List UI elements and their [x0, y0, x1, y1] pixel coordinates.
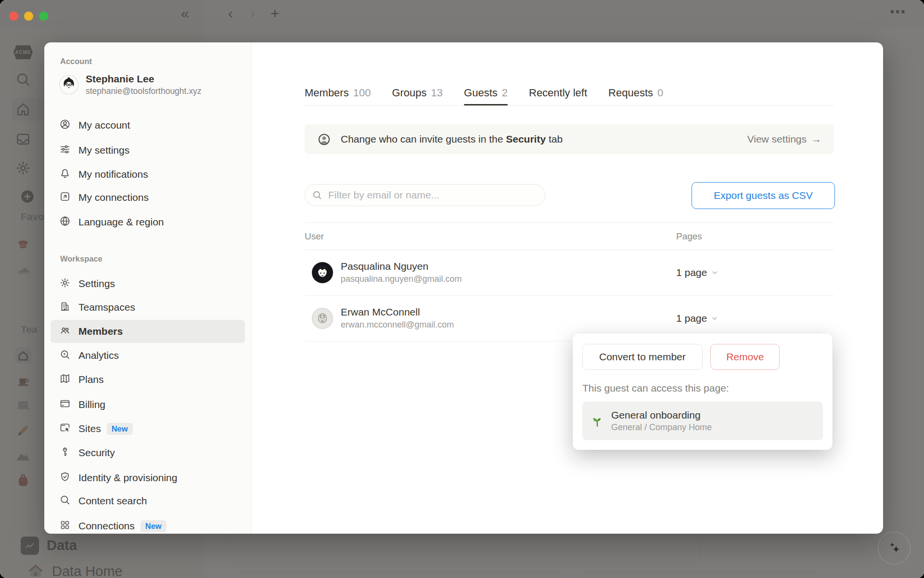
sidebar-item-identity-provisioning[interactable]: Identity & provisioning — [51, 467, 245, 488]
tab-recently-left[interactable]: Recently left — [529, 73, 587, 105]
tab-groups[interactable]: Groups 13 — [392, 73, 443, 105]
tab-requests[interactable]: Requests 0 — [608, 73, 663, 105]
sidebar-item-label: Identity & provisioning — [78, 472, 177, 484]
sidebar-item-label: Security — [78, 447, 115, 459]
key-icon — [59, 446, 71, 460]
globe-icon — [59, 215, 71, 229]
view-settings-link[interactable]: View settings → — [747, 133, 821, 145]
sidebar-item-label: My account — [78, 119, 130, 131]
account-user-row[interactable]: Stephanie Lee stephanie@toolsforthought.… — [59, 73, 202, 96]
sidebar-item-label: Analytics — [78, 350, 119, 361]
page-breadcrumb: General / Company Home — [611, 422, 712, 433]
sidebar-item-label: Language & region — [78, 216, 164, 228]
avatar — [312, 262, 333, 283]
sidebar-item-members[interactable]: Members — [51, 320, 245, 343]
sidebar-item-analytics[interactable]: Analytics — [51, 345, 245, 366]
sidebar-item-label: Content search — [78, 495, 147, 507]
page-title: General onboarding — [611, 409, 712, 421]
remove-guest-button[interactable]: Remove — [710, 344, 780, 370]
zoom-window-button[interactable] — [39, 12, 48, 21]
account-user-email: stephanie@toolsforthought.xyz — [86, 86, 202, 96]
pages-dropdown[interactable]: 1 page — [676, 313, 719, 324]
filter-input[interactable] — [327, 189, 538, 201]
minimize-window-button[interactable] — [24, 12, 33, 21]
sparkles-icon — [886, 539, 903, 557]
workspace-section-header: Workspace — [60, 254, 103, 263]
new-badge: New — [141, 520, 167, 532]
search-icon — [312, 190, 322, 200]
guest-email: pasqualina.nguyen@gmail.com — [341, 274, 462, 284]
sidebar-item-label: Teamspaces — [78, 302, 135, 313]
sidebar-item-my-account[interactable]: My account — [51, 115, 245, 136]
sidebar-item-billing[interactable]: Billing — [51, 394, 245, 415]
tab-label: Members — [305, 87, 349, 99]
gear-icon — [59, 277, 71, 291]
sidebar-item-language-region[interactable]: Language & region — [51, 211, 245, 233]
sidebar-item-settings[interactable]: Settings — [51, 273, 245, 294]
browser-cursor-icon — [59, 422, 71, 436]
settings-sidebar: Account Stephanie Lee stephanie@toolsfor… — [44, 42, 252, 534]
sidebar-item-my-notifications[interactable]: My notifications — [51, 164, 245, 185]
sidebar-item-label: Connections — [78, 520, 135, 532]
sidebar-item-sites[interactable]: Sites New — [51, 418, 245, 439]
tab-label: Requests — [608, 87, 653, 99]
pages-dropdown[interactable]: 1 page — [676, 267, 719, 278]
sidebar-item-plans[interactable]: Plans — [51, 369, 245, 390]
sidebar-item-my-settings[interactable]: My settings — [51, 140, 245, 161]
magnifier-icon — [59, 494, 71, 508]
shield-check-icon — [59, 471, 71, 485]
close-window-button[interactable] — [9, 12, 18, 21]
export-guests-csv-button[interactable]: Export guests as CSV — [692, 182, 835, 209]
grid-icon — [59, 519, 71, 533]
arrow-out-box-icon — [59, 191, 71, 205]
bell-icon — [59, 168, 71, 182]
sliders-icon — [59, 144, 71, 158]
credit-card-icon — [59, 398, 71, 412]
magnifier-sparkle-icon — [59, 349, 71, 363]
sidebar-item-label: Settings — [78, 278, 115, 289]
sidebar-item-label: Members — [78, 326, 123, 337]
people-icon — [59, 325, 71, 339]
arrow-right-icon: → — [811, 133, 821, 145]
person-circle-icon — [59, 118, 71, 132]
ai-assistant-button[interactable] — [878, 532, 911, 565]
sidebar-item-content-search[interactable]: Content search — [51, 490, 245, 512]
sidebar-item-label: Plans — [78, 374, 104, 385]
new-badge: New — [107, 423, 133, 435]
chevron-down-icon — [711, 315, 719, 322]
account-section-header: Account — [60, 57, 92, 66]
column-header-pages: Pages — [676, 231, 702, 242]
account-user-name: Stephanie Lee — [86, 73, 202, 85]
person-circle-icon — [317, 132, 331, 146]
guest-row[interactable]: Pasqualina Nguyen pasqualina.nguyen@gmai… — [305, 250, 834, 296]
guests-table-header: User Pages — [305, 223, 834, 250]
building-icon — [59, 301, 71, 315]
banner-text: Change who can invite guests in the Secu… — [341, 133, 563, 145]
sidebar-item-teamspaces[interactable]: Teamspaces — [51, 297, 245, 318]
convert-to-member-button[interactable]: Convert to member — [582, 344, 703, 370]
tab-count: 2 — [502, 87, 508, 99]
sidebar-item-label: Sites — [78, 423, 101, 434]
guest-email: erwan.mcconnell@gmail.com — [341, 320, 454, 330]
sidebar-item-label: Billing — [78, 399, 105, 410]
accessible-page-item[interactable]: General onboarding General / Company Hom… — [582, 402, 823, 440]
sidebar-item-label: My notifications — [78, 169, 148, 180]
map-icon — [59, 373, 71, 387]
sidebar-item-security[interactable]: Security — [51, 442, 245, 463]
sidebar-item-my-connections[interactable]: My connections — [51, 187, 245, 208]
chevron-down-icon — [711, 269, 719, 276]
avatar — [59, 75, 78, 94]
tab-count: 13 — [431, 87, 443, 99]
tab-guests[interactable]: Guests 2 — [464, 73, 508, 105]
avatar — [312, 308, 333, 329]
guest-filter-search[interactable] — [305, 184, 545, 206]
invite-guests-banner: Change who can invite guests in the Secu… — [305, 124, 834, 154]
guest-name: Pasqualina Nguyen — [341, 261, 462, 272]
tab-label: Groups — [392, 87, 426, 99]
tab-count: 0 — [657, 87, 663, 99]
pages-count-label: 1 page — [676, 313, 707, 324]
sidebar-item-connections[interactable]: Connections New — [51, 515, 245, 534]
popover-caption: This guest can access this page: — [582, 382, 823, 394]
tab-members[interactable]: Members 100 — [305, 73, 371, 105]
seedling-icon — [590, 414, 604, 428]
